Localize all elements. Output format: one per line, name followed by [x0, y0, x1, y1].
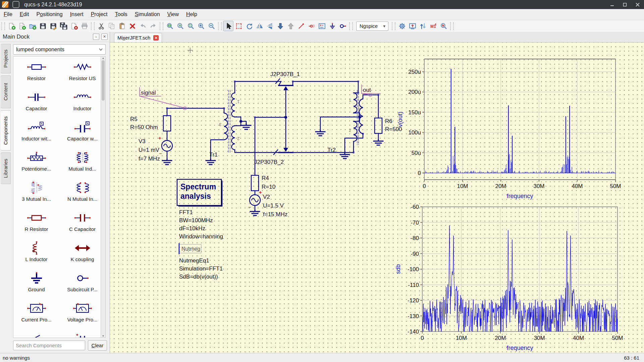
minimize-button[interactable] — [606, 0, 619, 9]
close-button[interactable] — [631, 0, 644, 9]
label-button[interactable] — [306, 21, 317, 31]
schematic-canvas[interactable]: R5 R=50 Ohm + − V3 U=1 mV f=7 MHz — [110, 43, 644, 353]
dock-tab-components[interactable]: Components — [1, 110, 11, 150]
component-resistor[interactable]: Resistor — [13, 58, 59, 88]
simulate-button[interactable] — [397, 21, 407, 31]
menu-simulation[interactable]: Simulation — [131, 10, 164, 19]
scroll-up-icon[interactable]: ▲ — [102, 57, 105, 60]
zoom-area-button[interactable] — [185, 21, 196, 31]
new-button[interactable] — [6, 21, 17, 31]
palette-scrollbar[interactable]: ▲ ▼ — [101, 57, 105, 338]
simulator-select[interactable]: Ngspice▼ — [356, 21, 388, 31]
resistor-r5[interactable]: R5 R=50 Ohm — [130, 116, 171, 131]
delete-button[interactable] — [127, 21, 138, 31]
menu-project[interactable]: Project — [87, 10, 111, 19]
close-button[interactable] — [69, 21, 79, 31]
maximize-button[interactable] — [619, 0, 631, 9]
title-text-box[interactable]: Spectrum analysis — [177, 179, 222, 206]
print-button[interactable] — [79, 21, 90, 31]
mirror-x-button[interactable] — [265, 21, 275, 31]
dock-close-icon[interactable]: ✕ — [101, 34, 108, 40]
equation-button[interactable] — [317, 21, 327, 31]
push-down-button[interactable] — [275, 21, 285, 31]
clear-button[interactable]: Clear — [88, 340, 107, 351]
transformer-tr1[interactable]: 3 1 2 Tr1 — [209, 90, 239, 158]
component-subcircuit-port[interactable]: Subcircuit P... — [59, 269, 105, 299]
open-button[interactable] — [27, 21, 38, 31]
select-all-button[interactable] — [233, 21, 244, 31]
zoom-out-button[interactable] — [206, 21, 217, 31]
port-button[interactable] — [337, 21, 348, 31]
zoom-100-button[interactable] — [175, 21, 185, 31]
pointer-button[interactable] — [223, 21, 233, 31]
component-mutual[interactable]: 12Mutual Ind... — [59, 148, 105, 179]
data-display-button[interactable] — [407, 21, 418, 31]
jfet-j1[interactable]: J2P307B_1 — [270, 71, 300, 90]
copy-button[interactable] — [106, 21, 117, 31]
undo-button[interactable] — [138, 21, 148, 31]
dock-tab-content[interactable]: Content — [1, 75, 11, 108]
component-switch[interactable] — [13, 329, 59, 338]
component-potentiometer[interactable]: Potentiome... — [13, 148, 59, 179]
component-voltage-probe[interactable]: Voltage Pro... — [59, 299, 105, 329]
fft-simulation-block[interactable]: FFT1 BW=100MHz dF=10kHz Window=hanning — [179, 209, 223, 240]
node-label-signal[interactable]: signal — [140, 87, 186, 110]
svg-text:-100: -100 — [408, 266, 419, 273]
resistor-r4[interactable]: R4 R=10 — [251, 175, 275, 191]
component-resistor-us[interactable]: Resistor US — [59, 58, 105, 88]
component-dc-block[interactable] — [59, 329, 105, 338]
component-inductor[interactable]: Inductor — [59, 88, 105, 118]
tab-close-icon[interactable]: ✕ — [153, 35, 159, 41]
menu-tools[interactable]: Tools — [111, 10, 131, 19]
dock-float-icon[interactable]: ▫ — [93, 34, 99, 40]
component-capacitor-q[interactable]: Capacitor w... — [59, 118, 105, 148]
menu-positioning[interactable]: Positioning — [33, 10, 66, 19]
component-category-select[interactable]: lumped components — [13, 44, 106, 55]
pop-up-button[interactable] — [285, 21, 296, 31]
redo-button[interactable] — [148, 21, 158, 31]
menu-view[interactable]: View — [164, 10, 182, 19]
component-r-resistor[interactable]: R Resistor — [13, 209, 59, 239]
label-icon — [308, 22, 316, 30]
search-input[interactable] — [13, 341, 85, 350]
mirror-y-button[interactable] — [254, 21, 265, 31]
save-all-button[interactable] — [58, 21, 69, 31]
component-inductor-q[interactable]: Inductor wit... — [13, 118, 59, 148]
save-as-button[interactable] — [48, 21, 58, 31]
cut-button[interactable] — [96, 21, 106, 31]
marker-button[interactable]: M1 — [428, 21, 438, 31]
tab-mixerjfet[interactable]: MixerJFET.sch ✕ — [114, 33, 162, 42]
component-ground[interactable]: Ground — [13, 269, 59, 299]
wire-button[interactable] — [296, 21, 306, 31]
component-mutualn[interactable]: 1N Mutual In... — [59, 179, 105, 209]
component-k-coupling[interactable]: K coupling — [59, 239, 105, 269]
zoom-in-button[interactable] — [196, 21, 206, 31]
paste-button[interactable] — [117, 21, 127, 31]
window-menu-icon[interactable] — [12, 1, 19, 8]
ground-button[interactable] — [327, 21, 337, 31]
toggle-diagram-button[interactable] — [418, 21, 428, 31]
menu-edit[interactable]: Edit — [16, 10, 33, 19]
dock-tab-libraries[interactable]: Libraries — [1, 153, 11, 184]
save-button[interactable] — [38, 21, 48, 31]
menu-insert[interactable]: Insert — [66, 10, 87, 19]
scroll-down-icon[interactable]: ▼ — [102, 335, 105, 338]
zoom-simulation-button[interactable] — [438, 21, 449, 31]
component-mutual3[interactable]: 3 Mutual In... — [13, 179, 59, 209]
rotate-button[interactable] — [244, 21, 254, 31]
menu-file[interactable]: File — [0, 10, 16, 19]
diagram-sdb[interactable]: 010M20M30M40M50M-60-70-80-90-100-110-120… — [395, 204, 623, 351]
component-capacitor[interactable]: Capacitor — [13, 88, 59, 118]
component-current-probe[interactable]: Current Pro... — [13, 299, 59, 329]
zoom-fit-button[interactable] — [165, 21, 175, 31]
new-text-button[interactable] — [17, 21, 27, 31]
jfet-j2[interactable]: J2P307B_2 — [254, 148, 293, 165]
dock-tab-projects[interactable]: Projects — [1, 44, 11, 73]
scrollbar-thumb[interactable] — [102, 60, 105, 101]
menu-help[interactable]: Help — [182, 10, 201, 19]
nutmeg-equation-block[interactable]: Nutmeg NutmegEq1 Simulation=FFT1 SdB=db(… — [179, 244, 223, 280]
diagram-vout[interactable]: 010M20M30M40M50M050u100u150u200u250ufreq… — [397, 59, 621, 199]
component-c-capacitor[interactable]: C Capacitor — [59, 209, 105, 239]
schematic[interactable]: R5 R=50 Ohm + − V3 U=1 mV f=7 MHz — [130, 71, 402, 280]
component-l-inductor[interactable]: L Inductor — [13, 239, 59, 269]
